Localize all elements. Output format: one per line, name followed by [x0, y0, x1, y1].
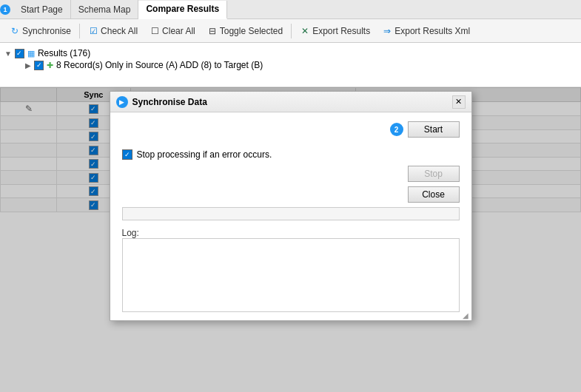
stop-button[interactable]: Stop — [408, 166, 460, 182]
export-xml-icon: ⇒ — [382, 26, 392, 36]
tree-table-icon: ▦ — [27, 49, 35, 58]
tree-root-row[interactable]: ▼ ▦ Results (176) — [4, 47, 577, 59]
tab-compare-results[interactable]: Compare Results — [138, 1, 227, 19]
step-number-badge: 2 — [390, 123, 403, 136]
check-all-icon: ☑ — [88, 26, 98, 36]
tree-child-checkbox[interactable] — [34, 61, 44, 70]
tree-child-label: 8 Record(s) Only in Source (A) ADD (8) t… — [56, 60, 263, 70]
progress-bar — [122, 207, 460, 220]
modal-overlay: ▶ Synchronise Data ✕ 2 Start Stop proc — [0, 87, 581, 392]
modal-titlebar: ▶ Synchronise Data ✕ — [110, 92, 471, 112]
tab-start-page[interactable]: Start Page — [13, 0, 71, 18]
toggle-selected-button[interactable]: ⊟ Toggle Selected — [202, 22, 288, 40]
tree-root-checkbox[interactable] — [15, 49, 24, 58]
clear-all-button[interactable]: ☐ Clear All — [144, 22, 201, 40]
synchronise-button[interactable]: ↻ Synchronise — [4, 22, 76, 40]
export-results-xml-button[interactable]: ⇒ Export Results Xml — [377, 22, 475, 40]
log-textarea[interactable] — [122, 238, 460, 312]
tree-add-icon: ✚ — [47, 61, 53, 70]
log-label: Log: — [122, 228, 460, 238]
synchronise-dialog: ▶ Synchronise Data ✕ 2 Start Stop proc — [110, 91, 472, 321]
check-all-button[interactable]: ☑ Check All — [83, 22, 143, 40]
modal-title-icon: ▶ — [116, 96, 128, 108]
tab-bar: 1 Start Page Schema Map Compare Results — [0, 0, 581, 19]
close-button[interactable]: Close — [408, 186, 460, 203]
export-xl-icon: ✕ — [300, 26, 310, 36]
toggle-selected-icon: ⊟ — [207, 26, 218, 36]
stop-on-error-row: Stop processing if an error occurs. — [122, 143, 460, 166]
modal-content: 2 Start Stop processing if an error occu… — [110, 112, 471, 320]
stop-on-error-label: Stop processing if an error occurs. — [137, 149, 272, 160]
start-button[interactable]: Start — [408, 121, 460, 138]
tree-child-row[interactable]: ▶ ✚ 8 Record(s) Only in Source (A) ADD (… — [4, 59, 577, 71]
app-number-badge: 1 — [0, 4, 10, 15]
toolbar-separator-1 — [79, 24, 80, 38]
export-results-button[interactable]: ✕ Export Results — [295, 22, 375, 40]
tree-panel: ▼ ▦ Results (176) ▶ ✚ 8 Record(s) Only i… — [0, 43, 581, 87]
modal-close-button[interactable]: ✕ — [452, 95, 466, 109]
tab-schema-map[interactable]: Schema Map — [71, 0, 139, 18]
main-content: Sync DS-SAMAccountNam title ✎Anne.Dodswo… — [0, 87, 581, 392]
tree-root-label: Results (176) — [38, 48, 90, 58]
resize-handle[interactable]: ◢ — [463, 311, 471, 320]
stop-on-error-checkbox[interactable] — [122, 149, 132, 160]
tree-expand-child[interactable]: ▶ — [25, 61, 31, 70]
clear-all-icon: ☐ — [150, 26, 160, 36]
toolbar: ↻ Synchronise ☑ Check All ☐ Clear All ⊟ … — [0, 19, 581, 43]
toolbar-separator-2 — [291, 24, 292, 38]
sync-icon: ↻ — [10, 26, 20, 36]
tree-expand-root[interactable]: ▼ — [4, 50, 12, 58]
modal-title: Synchronise Data — [132, 97, 452, 107]
